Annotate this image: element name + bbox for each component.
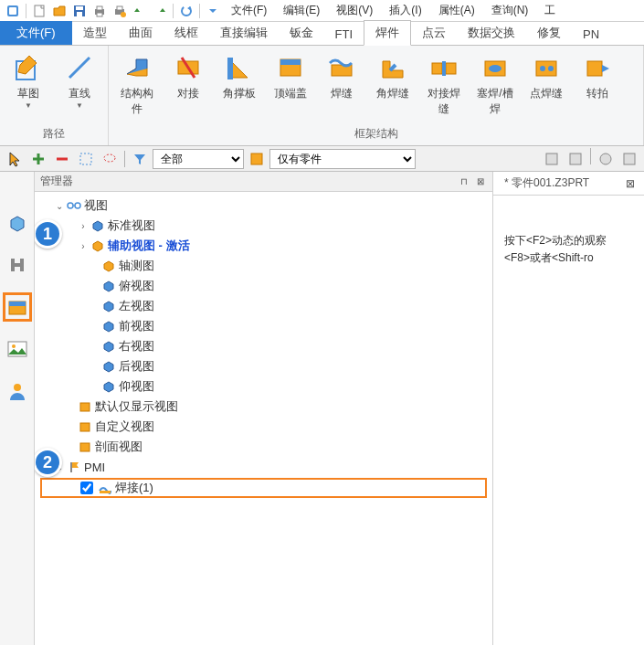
tree-row-custom[interactable]: 自定义视图 [37,417,491,437]
filter-select-1[interactable]: 全部 [153,149,244,169]
weld-bead-icon [325,51,358,84]
vbar-cube-icon[interactable] [3,208,32,238]
menu-file[interactable]: 文件(F) [224,1,274,20]
tree-row-back[interactable]: 后视图 [37,356,491,376]
tree-row-right[interactable]: 右视图 [37,336,491,356]
expand-icon[interactable]: › [77,221,90,231]
print-icon[interactable] [90,2,109,20]
document-tabs: * 零件001.Z3PRT ⊠ [493,172,644,196]
line-button[interactable]: 直线 ▼ [57,49,102,124]
tree-row-default-show[interactable]: 默认仅显示视图 [37,397,491,417]
tree-row-pmi[interactable]: ⌄ PMI [37,457,491,477]
gusset-button[interactable]: 角撑板 [216,49,262,124]
undo-icon[interactable] [131,2,149,20]
svg-rect-30 [80,154,91,164]
line-icon [63,51,96,84]
ribbon-tab-directedit[interactable]: 直接编辑 [209,21,279,45]
menu-edit[interactable]: 编辑(E) [276,1,327,20]
tree-row-weld[interactable]: 焊接(1) [40,478,487,498]
tree-label: 视图 [84,197,108,214]
tree-label: PMI [84,461,105,474]
ribbon-tab-heal[interactable]: 修复 [526,21,572,45]
ribbon-file-tab[interactable]: 文件(F) [0,21,72,45]
tab-close-icon[interactable]: ⊠ [626,177,635,190]
butt-weld-icon [428,51,460,84]
open-icon[interactable] [50,2,69,20]
fillet-weld-button[interactable]: 角焊缝 [370,49,416,124]
add-icon[interactable] [27,148,49,170]
menu-insert[interactable]: 插入(I) [382,1,428,20]
plug-slot-button[interactable]: 塞焊/槽焊 [472,49,518,124]
tool-c-icon[interactable] [595,148,617,170]
ribbon-tab-sheetmetal[interactable]: 钣金 [279,21,324,45]
dropdown-icon[interactable] [204,2,222,20]
svg-point-45 [68,203,73,208]
tree-row-front[interactable]: 前视图 [37,316,491,336]
vbar-box-icon[interactable] [3,292,32,322]
spot-weld-button[interactable]: 点焊缝 [523,49,569,124]
doc-tab[interactable]: * 零件001.Z3PRT [502,174,591,193]
ribbon-tab-shape[interactable]: 造型 [72,21,118,45]
endcap-button[interactable]: 顶端盖 [268,49,313,124]
weld-bead-button[interactable]: 焊缝 [319,49,364,124]
close-icon[interactable]: ⊠ [474,175,487,188]
cursor-icon[interactable] [4,148,26,170]
tree-label: 辅助视图 - 激活 [108,238,190,254]
expand-icon[interactable]: › [77,241,90,251]
remove-icon[interactable] [51,148,73,170]
tree-row-iso[interactable]: 轴测图 [37,256,491,276]
svg-rect-50 [80,443,90,451]
select-box-icon[interactable] [75,148,97,170]
select-lasso-icon[interactable] [99,148,121,170]
menu-attr[interactable]: 属性(A) [431,1,482,20]
menu-tools[interactable]: 工 [537,1,563,20]
pin-icon[interactable]: ⊓ [458,175,470,188]
tree-label: 轴测图 [119,258,154,274]
ribbon-tab-pn[interactable]: PN [572,24,610,45]
collapse-icon[interactable]: ⌄ [53,201,66,211]
new-icon[interactable] [30,2,48,20]
refresh-icon[interactable] [177,2,195,20]
menu-query[interactable]: 查询(N) [484,1,536,20]
tree-label: 自定义视图 [95,418,154,435]
butt-weld-button[interactable]: 对接焊缝 [421,49,467,124]
struct-member-button[interactable]: 结构构件 [114,49,160,124]
tool-a-icon[interactable] [541,148,563,170]
tree-row-section[interactable]: 剖面视图 [37,437,491,457]
tree-row-top[interactable]: 俯视图 [37,276,491,296]
sketch-button[interactable]: 草图 ▼ [5,49,51,124]
svg-point-46 [75,203,80,208]
ribbon-tab-surface[interactable]: 曲面 [118,21,164,45]
ribbon-tab-fti[interactable]: FTI [324,24,364,45]
separator [26,4,26,18]
vbar-user-icon[interactable] [3,376,32,406]
ribbon-tab-dataexchange[interactable]: 数据交换 [457,21,526,45]
print-preview-icon[interactable] [111,2,129,20]
filter2-icon[interactable] [246,148,268,170]
tree-row-stdview[interactable]: › 标准视图 [37,216,491,236]
weld-checkbox[interactable] [80,482,93,494]
app-icon[interactable] [4,2,22,20]
ribbon-tab-wireframe[interactable]: 线框 [164,21,209,45]
tree-row-auxview[interactable]: › 辅助视图 - 激活 [37,236,491,256]
tree-row-views[interactable]: ⌄ 视图 [37,196,491,216]
convert-button[interactable]: 转拍 [575,49,620,124]
filter-icon[interactable] [129,148,151,170]
ribbon-tab-pointcloud[interactable]: 点云 [411,21,457,45]
svg-point-25 [489,65,501,72]
tool-d-icon[interactable] [618,148,640,170]
vbar-image-icon[interactable] [3,334,32,364]
tree-row-bottom[interactable]: 仰视图 [37,376,491,397]
save-icon[interactable] [70,2,89,20]
butt-button[interactable]: 对接 [165,49,211,124]
hint-line-1: 按下<F2>动态的观察 [504,232,633,249]
filter-select-2[interactable]: 仅有零件 [269,149,416,169]
svg-point-43 [12,344,16,348]
tree-row-left[interactable]: 左视图 [37,296,491,316]
vbar-h-icon[interactable] [3,250,32,280]
svg-rect-21 [432,63,442,74]
ribbon-tab-weldment[interactable]: 焊件 [364,20,411,46]
menu-view[interactable]: 视图(V) [329,1,380,20]
redo-icon[interactable] [151,2,169,20]
tool-b-icon[interactable] [565,148,586,170]
